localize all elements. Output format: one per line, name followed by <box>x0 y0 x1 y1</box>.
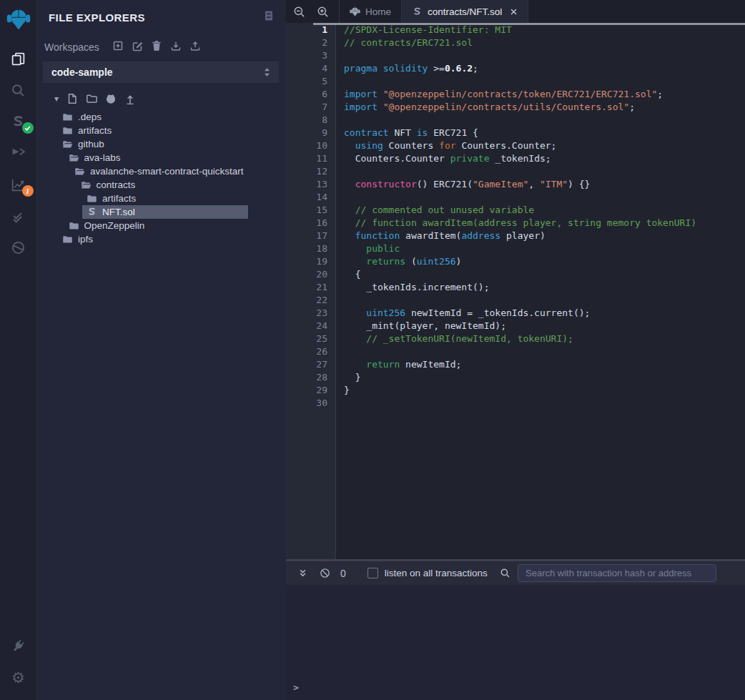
tree-item-nft-sol[interactable]: NFT.sol <box>37 205 286 219</box>
unit-testing-icon[interactable] <box>0 200 37 232</box>
listen-transactions-checkbox[interactable] <box>367 568 378 578</box>
github-icon[interactable] <box>105 93 117 104</box>
solidity-file-icon <box>412 6 423 17</box>
tree-item-label: contracts <box>97 179 136 190</box>
line-content <box>336 165 344 178</box>
line-content: // commented out unused variable <box>336 204 534 217</box>
line-number: 11 <box>286 152 336 165</box>
tree-item-artifacts[interactable]: artifacts <box>37 124 286 137</box>
tab-label: contracts/NFT.sol <box>428 6 502 17</box>
line-content: return newItemId; <box>336 358 461 371</box>
create-workspace-icon[interactable] <box>112 40 124 54</box>
code-line: 22 <box>286 294 745 307</box>
file-explorer-icon[interactable] <box>0 43 37 74</box>
code-line: 15 // commented out unused variable <box>286 204 745 217</box>
tree-item-label: github <box>78 139 104 149</box>
line-content: _tokenIds.increment(); <box>336 281 490 294</box>
new-file-icon[interactable] <box>66 93 78 104</box>
download-workspaces-icon[interactable] <box>170 40 182 54</box>
transaction-search-input[interactable] <box>518 564 716 582</box>
success-badge <box>22 122 34 134</box>
tree-row-content: contracts <box>77 178 140 192</box>
tab-home[interactable]: Home <box>339 0 402 23</box>
deploy-run-icon[interactable] <box>0 137 37 169</box>
code-line: 7import "@openzeppelin/contracts/utils/C… <box>286 101 745 114</box>
code-line: 16 // function awardItem(address player,… <box>286 217 745 230</box>
line-content <box>336 49 344 62</box>
line-number: 5 <box>286 75 336 88</box>
line-number: 13 <box>286 178 336 191</box>
tree-item-artifacts[interactable]: artifacts <box>37 192 286 205</box>
line-content: // contracts/ERC721.sol <box>336 36 473 49</box>
tree-item-avalanche-smart-contract-quickstart[interactable]: avalanche-smart-contract-quickstart <box>37 164 286 178</box>
plugin-icon-bar: 1 ⚙ <box>0 0 37 700</box>
code-editor[interactable]: 1//SPDX-License-Identifier: MIT2// contr… <box>286 23 745 559</box>
zoom-in-icon[interactable] <box>317 6 329 18</box>
code-line: 6import "@openzeppelin/contracts/token/E… <box>286 88 745 101</box>
line-number: 14 <box>286 191 336 204</box>
workspace-select[interactable]: code-sample <box>43 61 279 83</box>
tree-item-label: artifacts <box>78 125 112 136</box>
search-icon[interactable] <box>0 74 37 106</box>
code-line: 19 returns (uint256) <box>286 255 745 268</box>
folder-open-icon <box>69 152 79 163</box>
folder-open-icon <box>62 139 73 149</box>
tree-row-content: ipfs <box>58 232 97 246</box>
terminal-console[interactable]: > <box>286 585 745 700</box>
code-line: 25 // _setTokenURI(newItemId, tokenURI); <box>286 332 745 345</box>
line-number: 18 <box>286 242 336 255</box>
line-number: 2 <box>286 36 336 49</box>
file-explorer-panel: FILE EXPLORERS Workspaces code-sample ▾ … <box>37 0 286 700</box>
plugin-manager-icon[interactable] <box>0 630 37 661</box>
clear-console-icon[interactable] <box>320 568 330 578</box>
delete-workspace-icon[interactable] <box>151 40 162 54</box>
code-line: 9contract NFT is ERC721 { <box>286 127 745 139</box>
tree-item-ava-labs[interactable]: ava-labs <box>37 151 286 164</box>
tree-row-content: .deps <box>58 110 106 124</box>
line-number: 9 <box>286 127 336 139</box>
tree-item-ipfs[interactable]: ipfs <box>37 232 286 246</box>
caret-down-icon[interactable]: ▾ <box>54 94 59 104</box>
new-folder-icon[interactable] <box>86 93 97 104</box>
notification-badge: 1 <box>22 185 34 197</box>
listen-transactions-label[interactable]: listen on all transactions <box>385 568 488 578</box>
restore-workspaces-icon[interactable] <box>189 40 201 54</box>
code-line: 10 using Counters for Counters.Counter; <box>286 139 745 152</box>
chevrons-down-icon[interactable] <box>297 568 308 578</box>
line-number: 21 <box>286 281 336 294</box>
rename-workspace-icon[interactable] <box>132 40 143 54</box>
line-content: } <box>336 384 350 397</box>
remix-logo <box>0 0 37 39</box>
tree-row-content: ava-labs <box>64 151 125 164</box>
code-line: 1//SPDX-License-Identifier: MIT <box>286 24 745 36</box>
line-content <box>336 345 344 358</box>
line-content: constructor() ERC721("GameItem", "ITM") … <box>336 178 590 191</box>
debugger-icon[interactable] <box>0 232 37 263</box>
tree-item--deps[interactable]: .deps <box>37 110 286 124</box>
tree-item-contracts[interactable]: contracts <box>37 178 286 192</box>
solidity-compiler-icon[interactable] <box>0 106 37 137</box>
tree-item-github[interactable]: github <box>37 137 286 151</box>
tree-row-content: github <box>58 137 109 151</box>
tree-row-content: avalanche-smart-contract-quickstart <box>70 164 248 178</box>
line-content: Counters.Counter private _tokenIds; <box>336 152 551 165</box>
line-number: 1 <box>286 24 336 36</box>
analytics-icon[interactable]: 1 <box>0 169 37 200</box>
upload-file-icon[interactable] <box>124 93 136 104</box>
line-content: //SPDX-License-Identifier: MIT <box>336 24 512 36</box>
code-line: 5 <box>286 75 745 88</box>
line-content <box>336 397 344 410</box>
line-number: 29 <box>286 384 336 397</box>
zoom-out-icon[interactable] <box>293 6 305 18</box>
code-line: 17 function awardItem(address player) <box>286 230 745 242</box>
close-icon[interactable] <box>510 8 518 16</box>
settings-icon[interactable]: ⚙ <box>0 661 37 693</box>
line-content: import "@openzeppelin/contracts/utils/Co… <box>336 101 635 114</box>
tree-item-openzeppelin[interactable]: OpenZeppelin <box>37 219 286 232</box>
folder-closed-icon <box>87 193 97 204</box>
code-line: 2// contracts/ERC721.sol <box>286 36 745 49</box>
tab-label: Home <box>365 6 391 17</box>
line-number: 3 <box>286 49 336 62</box>
tab-contracts-nft-sol[interactable]: contracts/NFT.sol <box>402 0 528 23</box>
book-icon[interactable] <box>263 10 275 24</box>
